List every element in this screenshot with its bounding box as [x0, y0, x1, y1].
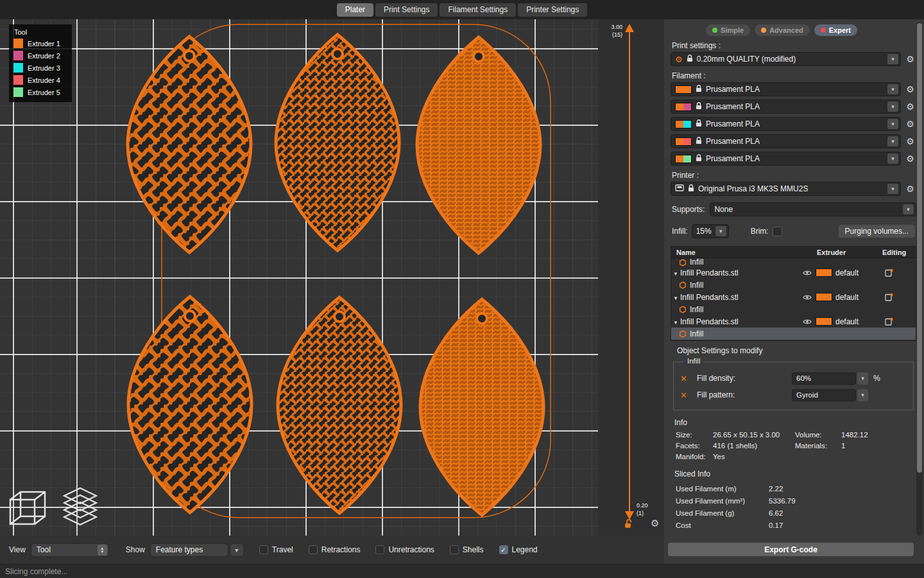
checkbox[interactable]	[499, 545, 508, 554]
chevron-down-icon[interactable]	[903, 204, 914, 215]
chevron-down-icon[interactable]	[887, 84, 898, 94]
pendant-object-5[interactable]	[278, 297, 401, 513]
infill-modifier-icon	[679, 259, 687, 267]
pendant-object-1[interactable]	[128, 37, 251, 252]
chevron-down-icon[interactable]	[887, 184, 898, 194]
extruder-value: default	[835, 268, 859, 277]
pendant-object-6[interactable]	[420, 299, 543, 515]
scrollbar-thumb[interactable]	[917, 23, 922, 473]
view-dropdown[interactable]: Tool	[31, 543, 109, 557]
gear-icon[interactable]	[904, 153, 916, 164]
print-settings-label: Print settings :	[672, 41, 916, 50]
extruder-cell[interactable]: default	[816, 317, 880, 326]
layers-view-icon[interactable]	[59, 487, 101, 529]
lock-icon	[696, 102, 702, 112]
filament-combo[interactable]: Prusament PLA	[671, 82, 901, 96]
extruder-cell[interactable]: default	[816, 293, 880, 302]
object-list-row[interactable]: Infill Pendants.stl default	[671, 291, 916, 303]
build-plate-canvas[interactable]	[0, 19, 598, 536]
eye-icon[interactable]	[799, 319, 816, 325]
object-list-row[interactable]: Infill	[671, 328, 916, 340]
chevron-down-icon[interactable]	[857, 389, 868, 401]
setting-value-input[interactable]: 60%	[792, 372, 856, 385]
display-toggle[interactable]: Legend	[499, 545, 538, 554]
setting-value-input[interactable]: Gyroid	[792, 389, 856, 401]
chevron-down-icon[interactable]	[887, 54, 898, 64]
chevron-down-icon[interactable]	[887, 119, 898, 129]
plater-3d-viewport[interactable]: Tool Extruder 1 Extruder 2 Extruder 3	[0, 19, 598, 536]
display-toggle[interactable]: Unretractions	[375, 545, 434, 554]
chevron-down-icon[interactable]	[887, 136, 898, 146]
display-toggle[interactable]: Retractions	[309, 545, 361, 554]
stepper-icon[interactable]	[98, 545, 107, 556]
filament-combo[interactable]: Prusament PLA	[671, 152, 901, 166]
edit-layers-icon[interactable]	[880, 293, 916, 301]
object-list-row[interactable]: Infill	[671, 279, 916, 291]
filament-combo[interactable]: Prusament PLA	[671, 100, 901, 114]
checkbox[interactable]	[450, 545, 459, 554]
gear-icon[interactable]	[904, 101, 916, 112]
checkbox[interactable]	[309, 545, 318, 554]
purging-volumes-button[interactable]: Purging volumes...	[839, 225, 915, 238]
chevron-down-icon[interactable]	[715, 226, 726, 236]
object-list-row[interactable]: Infill Pendants.stl default	[671, 267, 916, 279]
extruder-cell[interactable]: default	[816, 268, 880, 277]
object-list-row[interactable]: Infill Pendants.stl default	[671, 315, 916, 328]
eye-icon[interactable]	[799, 270, 816, 276]
gear-icon[interactable]	[904, 83, 916, 95]
collapse-arrow-icon[interactable]	[671, 268, 680, 277]
pendant-object-4[interactable]	[128, 297, 252, 512]
gear-icon[interactable]	[904, 136, 916, 147]
export-gcode-button[interactable]: Export G-code	[668, 543, 914, 556]
chevron-down-icon[interactable]	[887, 153, 898, 164]
solid-view-icon[interactable]	[8, 489, 47, 529]
show-dropdown[interactable]: Feature types	[150, 543, 228, 557]
eye-icon[interactable]	[799, 294, 816, 301]
object-list-row[interactable]: Infill	[671, 258, 916, 267]
chevron-down-icon[interactable]	[230, 543, 244, 557]
mode-button[interactable]: Advanced	[755, 24, 810, 36]
checkbox[interactable]	[259, 545, 268, 554]
unlock-icon[interactable]	[624, 519, 633, 532]
edit-layers-icon[interactable]	[880, 317, 916, 326]
show-label: Show	[126, 545, 145, 554]
gear-icon[interactable]	[904, 183, 916, 195]
lock-icon	[696, 119, 702, 129]
gear-icon[interactable]	[904, 53, 916, 65]
slider-settings-gear-icon[interactable]	[651, 518, 659, 529]
tab[interactable]: Print Settings	[375, 3, 438, 17]
panel-scrollbar[interactable]	[916, 22, 923, 536]
status-text: Slicing complete...	[5, 567, 67, 576]
filament-combo[interactable]: Prusament PLA	[671, 134, 901, 148]
mode-button[interactable]: Simple	[706, 24, 750, 36]
delete-setting-icon[interactable]	[680, 390, 697, 400]
collapse-arrow-icon[interactable]	[671, 293, 680, 302]
checkbox[interactable]	[375, 545, 384, 554]
filament-combo[interactable]: Prusament PLA	[671, 117, 901, 131]
slider-top-handle[interactable]	[625, 24, 634, 32]
tab[interactable]: Filament Settings	[440, 3, 516, 17]
object-name: Infill	[690, 329, 916, 338]
chevron-down-icon[interactable]	[887, 101, 898, 112]
supports-combo[interactable]: None	[710, 202, 916, 216]
gear-icon[interactable]	[904, 118, 916, 130]
display-toggle[interactable]: Shells	[450, 545, 484, 554]
display-toggle[interactable]: Travel	[259, 545, 293, 554]
infill-combo[interactable]: 15%	[692, 224, 729, 238]
mode-button[interactable]: Expert	[814, 24, 857, 36]
pendant-object-2[interactable]	[276, 35, 399, 250]
pendant-object-3[interactable]	[417, 37, 540, 253]
tab[interactable]: Plater	[337, 3, 373, 17]
delete-setting-icon[interactable]	[680, 374, 697, 383]
edit-layers-icon[interactable]	[880, 268, 916, 277]
print-settings-combo[interactable]: 0.20mm QUALITY (modified)	[671, 52, 901, 66]
tab[interactable]: Printer Settings	[518, 3, 587, 17]
object-list-row[interactable]: Infill	[671, 303, 916, 315]
chevron-down-icon[interactable]	[857, 372, 868, 385]
object-name: Infill Pendants.stl	[680, 268, 799, 277]
column-extruder: Extruder	[816, 249, 880, 256]
layer-slider-track[interactable]	[629, 32, 630, 512]
brim-checkbox[interactable]	[773, 227, 782, 236]
printer-combo[interactable]: Original Prusa i3 MK3S MMU2S	[671, 182, 901, 196]
collapse-arrow-icon[interactable]	[671, 317, 680, 326]
